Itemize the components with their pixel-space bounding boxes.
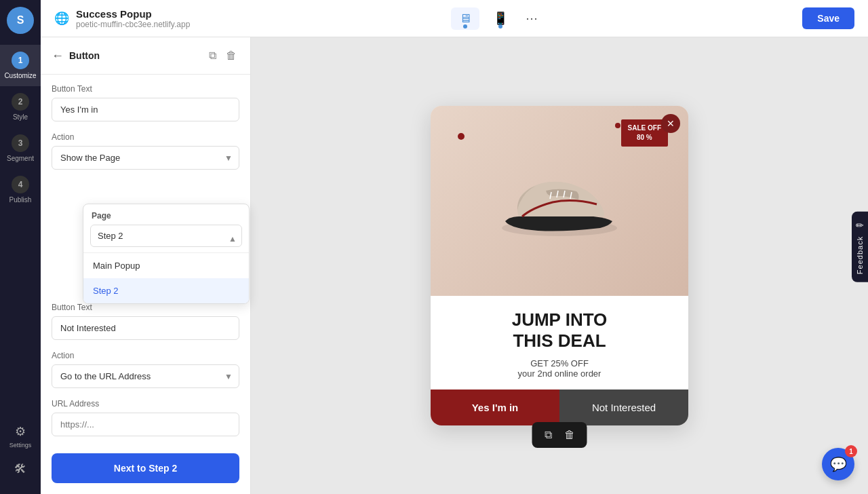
main-content: ← Button ⧉ 🗑 Button Text Action Show the… bbox=[41, 37, 868, 494]
sidebar-item-publish[interactable]: 4 Publish bbox=[0, 169, 41, 210]
sidebar-num-1: 1 bbox=[12, 52, 29, 69]
second-action-section: Action Go to the URL Address Show the Pa… bbox=[52, 351, 239, 388]
sidebar-label-style: Style bbox=[13, 113, 28, 121]
url-address-input[interactable] bbox=[52, 413, 239, 436]
app-title: Success Popup bbox=[76, 8, 190, 20]
popup-dot-2 bbox=[615, 123, 620, 128]
button-text-input[interactable] bbox=[52, 98, 239, 121]
button-text-label: Button Text bbox=[52, 84, 239, 94]
panel-header-left: ← Button bbox=[52, 49, 100, 63]
panel-title: Button bbox=[69, 50, 100, 61]
feedback-icon: ✏ bbox=[856, 220, 864, 231]
feedback-label: Feedback bbox=[856, 236, 864, 274]
desktop-dot bbox=[463, 24, 467, 28]
second-action-label: Action bbox=[52, 351, 239, 360]
view-switcher: 🖥 📱 ⋯ bbox=[451, 7, 542, 30]
sidebar-num-2: 2 bbox=[12, 93, 29, 111]
dropdown-option-main-popup[interactable]: Main Popup bbox=[83, 253, 249, 278]
duplicate-button[interactable]: ⧉ bbox=[206, 47, 219, 64]
page-dropdown-overlay: Page Main Popup Step 2 ▲ Main Popup Step… bbox=[83, 204, 250, 304]
settings-icon: ⚙ bbox=[15, 424, 26, 439]
sidebar-label-customize: Customize bbox=[4, 72, 36, 79]
action-select-wrap: Show the Page Go to the URL Address ▼ bbox=[52, 146, 239, 170]
popup-heading: JUMP INTO THIS DEAL bbox=[447, 309, 672, 352]
second-action-select[interactable]: Go to the URL Address Show the Page bbox=[52, 364, 239, 388]
popup-no-button[interactable]: Not Interested bbox=[559, 390, 688, 425]
save-button[interactable]: Save bbox=[802, 7, 854, 29]
popup-dot-1 bbox=[458, 133, 465, 140]
action-select[interactable]: Show the Page Go to the URL Address bbox=[52, 146, 239, 170]
delete-button[interactable]: 🗑 bbox=[223, 47, 239, 64]
popup-buttons: Yes I'm in Not Interested bbox=[431, 390, 688, 425]
sidebar-item-tool[interactable]: 🛠 bbox=[0, 455, 41, 483]
panel-actions: ⧉ 🗑 bbox=[206, 47, 239, 64]
sidebar-item-customize[interactable]: 1 Customize bbox=[0, 45, 41, 86]
header-title-group: Success Popup poetic-muffin-cbc3ee.netli… bbox=[76, 8, 190, 29]
dropdown-select-wrap: Main Popup Step 2 ▲ bbox=[83, 225, 249, 252]
mobile-view-button[interactable]: 📱 bbox=[485, 7, 516, 30]
popup-image-area: SALE OFF80 % bbox=[431, 106, 688, 296]
next-step-button[interactable]: Next to Step 2 bbox=[52, 453, 239, 483]
floating-delete-button[interactable]: 🗑 bbox=[559, 426, 580, 444]
page-dropdown-select[interactable]: Main Popup Step 2 bbox=[90, 225, 242, 247]
globe-icon: 🌐 bbox=[54, 11, 69, 26]
app-url: poetic-muffin-cbc3ee.netlify.app bbox=[76, 20, 190, 29]
chat-button[interactable]: 💬 1 bbox=[822, 448, 854, 480]
header: 🌐 Success Popup poetic-muffin-cbc3ee.net… bbox=[41, 0, 868, 37]
chat-badge: 1 bbox=[845, 445, 857, 457]
url-address-label: URL Address bbox=[52, 399, 239, 408]
shoe-image bbox=[492, 150, 627, 252]
panel-header: ← Button ⧉ 🗑 bbox=[41, 37, 250, 75]
second-button-text-label: Button Text bbox=[52, 303, 239, 312]
back-button[interactable]: ← bbox=[52, 49, 64, 63]
second-button-text-input[interactable] bbox=[52, 316, 239, 340]
floating-copy-button[interactable]: ⧉ bbox=[539, 426, 557, 444]
dropdown-page-label: Page bbox=[83, 204, 249, 225]
canvas-area: ✕ SALE OFF80 % bbox=[251, 37, 868, 494]
dropdown-option-step2[interactable]: Step 2 bbox=[83, 278, 249, 303]
sidebar-label-segment: Segment bbox=[7, 155, 34, 162]
header-left: 🌐 Success Popup poetic-muffin-cbc3ee.net… bbox=[54, 8, 190, 29]
mobile-dot bbox=[498, 24, 502, 28]
sidebar-item-segment[interactable]: 3 Segment bbox=[0, 128, 41, 169]
sidebar-num-3: 3 bbox=[12, 134, 29, 152]
add-element-button[interactable]: ⊕ Add a new element bbox=[52, 447, 239, 453]
popup-close-button[interactable]: ✕ bbox=[661, 114, 680, 133]
second-action-select-wrap: Go to the URL Address Show the Page ▼ bbox=[52, 364, 239, 388]
app-logo: S bbox=[7, 7, 34, 34]
popup-card: ✕ SALE OFF80 % bbox=[431, 106, 688, 425]
url-address-section: URL Address bbox=[52, 399, 239, 436]
floating-toolbar: ⧉ 🗑 bbox=[532, 422, 587, 448]
sidebar-label-settings: Settings bbox=[9, 442, 32, 449]
sidebar-label-publish: Publish bbox=[9, 196, 32, 204]
sidebar: S 1 Customize 2 Style 3 Segment 4 Publis… bbox=[0, 0, 41, 494]
chat-icon: 💬 bbox=[830, 456, 847, 472]
button-text-section: Button Text bbox=[52, 84, 239, 121]
action-section: Action Show the Page Go to the URL Addre… bbox=[52, 132, 239, 170]
second-button-text-section: Button Text bbox=[52, 303, 239, 340]
sidebar-num-4: 4 bbox=[12, 176, 29, 193]
popup-body: JUMP INTO THIS DEAL GET 25% OFFyour 2nd … bbox=[431, 296, 688, 425]
sidebar-item-settings[interactable]: ⚙ Settings bbox=[0, 417, 41, 455]
popup-yes-button[interactable]: Yes I'm in bbox=[431, 390, 559, 425]
feedback-panel[interactable]: ✏ Feedback bbox=[852, 212, 868, 282]
popup-subtext: GET 25% OFFyour 2nd online order bbox=[447, 358, 672, 379]
sidebar-item-style[interactable]: 2 Style bbox=[0, 86, 41, 128]
tool-icon: 🛠 bbox=[14, 462, 26, 476]
more-options-button[interactable]: ⋯ bbox=[521, 7, 542, 30]
action-label: Action bbox=[52, 132, 239, 142]
desktop-view-button[interactable]: 🖥 bbox=[451, 7, 479, 30]
